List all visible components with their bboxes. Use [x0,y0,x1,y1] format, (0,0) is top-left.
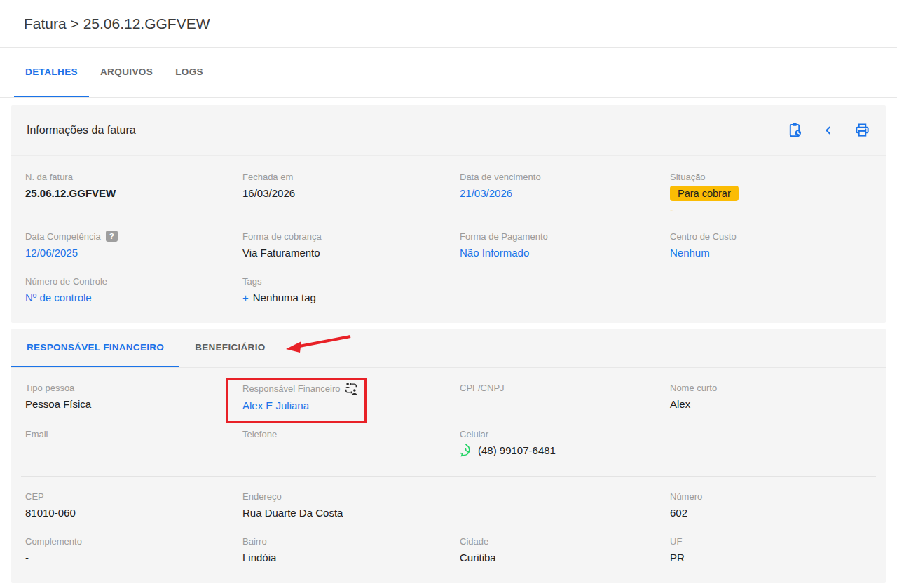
address-fields: CEP 81010-060 Endereço Rua Duarte Da Cos… [11,477,886,583]
help-icon[interactable]: ? [106,231,118,242]
tab-responsavel-financeiro[interactable]: RESPONSÁVEL FINANCEIRO [11,329,179,367]
clipboard-clock-icon[interactable] [786,122,803,139]
field-cidade: Cidade Curitiba [460,535,670,565]
field-complemento: Complemento - [25,535,242,565]
main-tabbar: DETALHES ARQUIVOS LOGS [0,48,897,98]
tab-beneficiario[interactable]: BENEFICIÁRIO [179,329,280,367]
field-email: Email [25,428,242,458]
field-numero-controle: Número de Controle Nº de controle [25,275,242,305]
invoice-card-title: Informações da fatura [27,124,136,137]
field-situacao: Situação Para cobrar - [670,171,872,215]
centro-custo-link[interactable]: Nenhum [670,245,863,260]
invoice-info-card: Informações da fatura [11,105,886,323]
field-numero: Número 602 [670,491,872,520]
vencimento-link[interactable]: 21/03/2026 [460,186,662,200]
invoice-toolbar [786,122,870,139]
add-tag-button[interactable]: + [242,292,249,303]
tab-detalhes[interactable]: DETALHES [14,48,89,97]
numero-controle-link[interactable]: Nº de controle [25,290,234,305]
field-forma-cobranca: Forma de cobrança Via Faturamento [242,231,460,260]
field-tags: Tags +Nenhuma tag [242,275,460,305]
page-title: Fatura > 25.06.12.GGFVEW [24,15,210,32]
page-header: Fatura > 25.06.12.GGFVEW [0,0,897,48]
whatsapp-icon[interactable] [460,444,474,458]
field-celular: Celular (48) 99107-6481 [460,428,670,458]
competencia-link[interactable]: 12/06/2025 [25,245,234,260]
invoice-fields: N. da fatura 25.06.12.GGFVEW Fechada em … [11,156,886,323]
field-centro-custo: Centro de Custo Nenhum [670,231,872,260]
field-endereco: Endereço Rua Duarte Da Costa [242,491,460,520]
status-badge: Para cobrar [670,186,739,201]
swap-person-icon[interactable] [345,382,357,395]
field-bairro: Bairro Lindóia [242,535,460,565]
field-tipo-pessoa: Tipo pessoa Pessoa Física [25,382,242,413]
person-tabbar: RESPONSÁVEL FINANCEIRO BENEFICIÁRIO [11,329,886,368]
field-telefone: Telefone [242,428,460,458]
field-fechada-em: Fechada em 16/03/2026 [242,171,460,215]
celular-value: (48) 99107-6481 [478,443,556,458]
person-card: RESPONSÁVEL FINANCEIRO BENEFICIÁRIO Tipo… [11,329,886,583]
invoice-card-header: Informações da fatura [11,105,886,156]
field-uf: UF PR [670,535,872,565]
field-responsavel-financeiro: Responsável Financeiro [242,382,460,413]
field-cpf-cnpj: CPF/CNPJ [460,382,670,413]
chevron-left-icon[interactable] [820,122,837,139]
field-forma-pagamento: Forma de Pagamento Não Informado [460,231,670,260]
status-extra: - [670,204,863,215]
forma-pagamento-link[interactable]: Não Informado [460,245,662,260]
field-data-vencimento: Data de vencimento 21/03/2026 [460,171,670,215]
person-fields: Tipo pessoa Pessoa Física Responsável Fi… [11,368,886,476]
tab-logs[interactable]: LOGS [164,48,214,97]
tags-empty-text: Nenhuma tag [253,292,316,303]
field-data-competencia: Data Competência ? 12/06/2025 [25,231,242,260]
field-cep: CEP 81010-060 [25,491,242,520]
tab-arquivos[interactable]: ARQUIVOS [89,48,164,97]
field-nome-curto: Nome curto Alex [670,382,872,413]
responsavel-financeiro-link[interactable]: Alex E Juliana [242,398,451,413]
field-n-fatura: N. da fatura 25.06.12.GGFVEW [25,171,242,215]
printer-icon[interactable] [854,122,870,139]
